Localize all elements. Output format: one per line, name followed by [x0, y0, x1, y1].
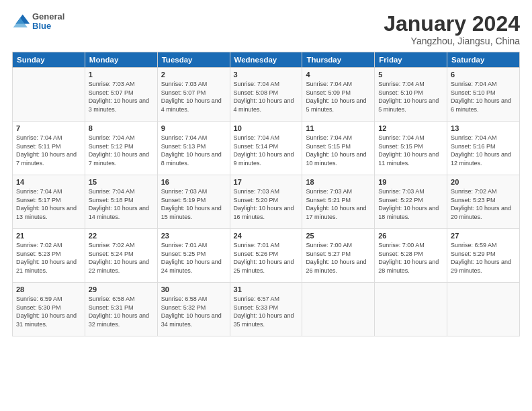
month-title: January 2024 [384, 12, 520, 36]
day-number: 9 [161, 124, 226, 132]
day-cell: 30Sunrise: 6:58 AMSunset: 5:32 PMDayligh… [157, 283, 230, 336]
day-cell: 29Sunrise: 6:58 AMSunset: 5:31 PMDayligh… [85, 283, 157, 336]
day-number: 1 [89, 71, 154, 79]
day-number: 10 [234, 124, 299, 132]
day-info: Sunrise: 7:04 AMSunset: 5:10 PMDaylight:… [451, 80, 516, 113]
day-number: 2 [161, 71, 226, 79]
day-info: Sunrise: 6:58 AMSunset: 5:32 PMDaylight:… [161, 295, 226, 328]
logo-blue-text: Blue [32, 21, 64, 31]
day-cell: 17Sunrise: 7:03 AMSunset: 5:20 PMDayligh… [230, 175, 302, 229]
day-number: 6 [451, 71, 516, 79]
day-number: 21 [16, 232, 81, 240]
day-info: Sunrise: 7:04 AMSunset: 5:13 PMDaylight:… [161, 134, 226, 167]
day-cell: 5Sunrise: 7:04 AMSunset: 5:10 PMDaylight… [375, 68, 447, 122]
day-number: 19 [378, 178, 443, 186]
day-number: 26 [378, 232, 443, 240]
day-info: Sunrise: 6:59 AMSunset: 5:29 PMDaylight:… [451, 241, 516, 275]
col-header-friday: Friday [375, 52, 447, 68]
day-number: 30 [161, 285, 226, 293]
week-row-3: 14Sunrise: 7:04 AMSunset: 5:17 PMDayligh… [13, 175, 520, 229]
day-info: Sunrise: 6:58 AMSunset: 5:31 PMDaylight:… [89, 295, 154, 328]
day-cell [375, 283, 447, 336]
day-cell: 31Sunrise: 6:57 AMSunset: 5:33 PMDayligh… [230, 283, 302, 336]
day-number: 24 [234, 232, 299, 240]
day-info: Sunrise: 7:04 AMSunset: 5:16 PMDaylight:… [451, 134, 516, 167]
col-header-monday: Monday [85, 52, 157, 68]
day-cell: 20Sunrise: 7:02 AMSunset: 5:23 PMDayligh… [447, 175, 520, 229]
day-cell: 27Sunrise: 6:59 AMSunset: 5:29 PMDayligh… [447, 229, 520, 283]
day-cell: 14Sunrise: 7:04 AMSunset: 5:17 PMDayligh… [13, 175, 85, 229]
day-cell: 8Sunrise: 7:04 AMSunset: 5:12 PMDaylight… [85, 122, 157, 175]
day-number: 3 [234, 71, 299, 79]
day-number: 25 [306, 232, 371, 240]
day-cell: 11Sunrise: 7:04 AMSunset: 5:15 PMDayligh… [302, 122, 375, 175]
day-info: Sunrise: 7:04 AMSunset: 5:09 PMDaylight:… [306, 80, 371, 113]
logo-icon [12, 12, 31, 31]
day-cell: 6Sunrise: 7:04 AMSunset: 5:10 PMDaylight… [447, 68, 520, 122]
day-info: Sunrise: 7:01 AMSunset: 5:26 PMDaylight:… [234, 241, 299, 275]
logo-general-text: General [32, 12, 64, 21]
week-row-5: 28Sunrise: 6:59 AMSunset: 5:30 PMDayligh… [13, 283, 520, 336]
col-header-tuesday: Tuesday [157, 52, 230, 68]
day-number: 22 [89, 232, 154, 240]
day-info: Sunrise: 7:02 AMSunset: 5:24 PMDaylight:… [89, 241, 154, 275]
day-number: 5 [378, 71, 443, 79]
day-number: 28 [16, 285, 81, 293]
day-number: 15 [89, 178, 154, 186]
calendar-header-row: SundayMondayTuesdayWednesdayThursdayFrid… [13, 52, 520, 68]
day-info: Sunrise: 7:00 AMSunset: 5:27 PMDaylight:… [306, 241, 371, 275]
day-cell: 12Sunrise: 7:04 AMSunset: 5:15 PMDayligh… [375, 122, 447, 175]
day-info: Sunrise: 7:03 AMSunset: 5:19 PMDaylight:… [161, 187, 226, 221]
day-info: Sunrise: 7:02 AMSunset: 5:23 PMDaylight:… [16, 241, 81, 275]
day-cell: 19Sunrise: 7:03 AMSunset: 5:22 PMDayligh… [375, 175, 447, 229]
day-info: Sunrise: 6:59 AMSunset: 5:30 PMDaylight:… [16, 295, 81, 328]
day-info: Sunrise: 7:04 AMSunset: 5:15 PMDaylight:… [378, 134, 443, 167]
day-info: Sunrise: 7:04 AMSunset: 5:10 PMDaylight:… [378, 80, 443, 113]
day-number: 20 [451, 178, 516, 186]
day-number: 12 [378, 124, 443, 132]
day-info: Sunrise: 7:04 AMSunset: 5:12 PMDaylight:… [89, 134, 154, 167]
calendar-table: SundayMondayTuesdayWednesdayThursdayFrid… [12, 52, 520, 336]
day-info: Sunrise: 7:03 AMSunset: 5:22 PMDaylight:… [378, 187, 443, 221]
day-number: 8 [89, 124, 154, 132]
day-number: 13 [451, 124, 516, 132]
day-number: 31 [234, 285, 299, 293]
day-cell: 22Sunrise: 7:02 AMSunset: 5:24 PMDayligh… [85, 229, 157, 283]
day-cell: 7Sunrise: 7:04 AMSunset: 5:11 PMDaylight… [13, 122, 85, 175]
page: General Blue January 2024 Yangzhou, Jian… [0, 0, 532, 411]
day-number: 7 [16, 124, 81, 132]
day-info: Sunrise: 7:00 AMSunset: 5:28 PMDaylight:… [378, 241, 443, 275]
day-info: Sunrise: 7:04 AMSunset: 5:15 PMDaylight:… [306, 134, 371, 167]
day-info: Sunrise: 7:02 AMSunset: 5:23 PMDaylight:… [451, 187, 516, 221]
day-cell: 13Sunrise: 7:04 AMSunset: 5:16 PMDayligh… [447, 122, 520, 175]
day-info: Sunrise: 7:03 AMSunset: 5:07 PMDaylight:… [161, 80, 226, 113]
col-header-wednesday: Wednesday [230, 52, 302, 68]
title-block: January 2024 Yangzhou, Jiangsu, China [384, 12, 520, 46]
day-number: 29 [89, 285, 154, 293]
day-number: 14 [16, 178, 81, 186]
day-number: 11 [306, 124, 371, 132]
day-cell: 18Sunrise: 7:03 AMSunset: 5:21 PMDayligh… [302, 175, 375, 229]
day-cell: 9Sunrise: 7:04 AMSunset: 5:13 PMDaylight… [157, 122, 230, 175]
day-cell: 25Sunrise: 7:00 AMSunset: 5:27 PMDayligh… [302, 229, 375, 283]
day-info: Sunrise: 6:57 AMSunset: 5:33 PMDaylight:… [234, 295, 299, 328]
day-info: Sunrise: 7:04 AMSunset: 5:14 PMDaylight:… [234, 134, 299, 167]
day-info: Sunrise: 7:04 AMSunset: 5:18 PMDaylight:… [89, 187, 154, 221]
day-cell: 23Sunrise: 7:01 AMSunset: 5:25 PMDayligh… [157, 229, 230, 283]
week-row-1: 1Sunrise: 7:03 AMSunset: 5:07 PMDaylight… [13, 68, 520, 122]
day-info: Sunrise: 7:04 AMSunset: 5:11 PMDaylight:… [16, 134, 81, 167]
day-cell: 1Sunrise: 7:03 AMSunset: 5:07 PMDaylight… [85, 68, 157, 122]
day-info: Sunrise: 7:03 AMSunset: 5:20 PMDaylight:… [234, 187, 299, 221]
logo: General Blue [12, 12, 64, 32]
day-cell [447, 283, 520, 336]
day-info: Sunrise: 7:04 AMSunset: 5:17 PMDaylight:… [16, 187, 81, 221]
day-cell [13, 68, 85, 122]
day-number: 17 [234, 178, 299, 186]
location: Yangzhou, Jiangsu, China [384, 36, 520, 46]
day-info: Sunrise: 7:03 AMSunset: 5:21 PMDaylight:… [306, 187, 371, 221]
day-cell: 3Sunrise: 7:04 AMSunset: 5:08 PMDaylight… [230, 68, 302, 122]
day-number: 23 [161, 232, 226, 240]
day-cell [302, 283, 375, 336]
day-cell: 4Sunrise: 7:04 AMSunset: 5:09 PMDaylight… [302, 68, 375, 122]
day-info: Sunrise: 7:01 AMSunset: 5:25 PMDaylight:… [161, 241, 226, 275]
